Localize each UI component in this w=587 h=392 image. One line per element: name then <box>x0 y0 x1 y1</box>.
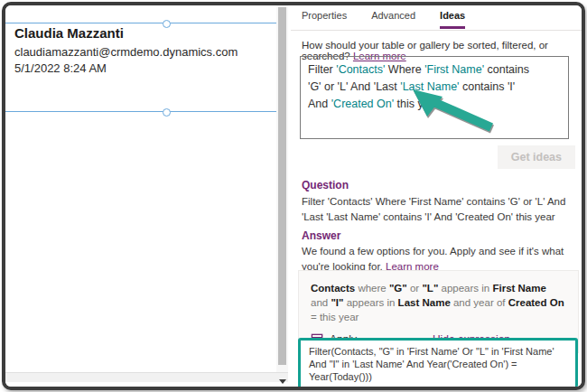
vertical-scrollbar[interactable] <box>276 5 288 378</box>
tab-ideas[interactable]: Ideas <box>440 10 465 29</box>
text-token: and year of <box>451 297 508 308</box>
scrollbar-down-arrow-icon[interactable] <box>279 379 286 384</box>
right-panel: PropertiesAdvancedIdeas How should your … <box>291 5 582 387</box>
contact-date-label: 5/1/2022 8:24 AM <box>14 61 107 75</box>
vertical-scrollbar-thumb[interactable] <box>278 7 286 365</box>
text-token: Where <box>385 63 424 76</box>
answer-heading: Answer <box>302 229 340 242</box>
text-token: and <box>311 297 331 308</box>
natural-language-query-input[interactable]: Filter 'Contacts' Where 'First Name' con… <box>300 56 569 139</box>
tabs-divider <box>291 30 582 31</box>
contact-email-label: claudiamazzanti@crmdemo.dynamics.com <box>14 45 238 59</box>
contact-name-label: Claudia Mazzanti <box>14 25 124 41</box>
entity-token: 'First Name' <box>424 63 484 76</box>
text-token: this year <box>394 98 440 110</box>
selection-handle-top[interactable] <box>163 20 171 28</box>
selection-line-top <box>5 23 277 23</box>
entity-token: 'Last Name' <box>400 80 459 93</box>
text-token: or <box>407 283 423 294</box>
formula-expression-box: Filter(Contacts, "G" in 'First Name' Or … <box>298 338 578 390</box>
bold-token: "G" <box>389 283 407 294</box>
bold-token: Last Name <box>398 297 451 308</box>
bold-token: "L" <box>422 283 438 294</box>
text-token: Filter <box>308 63 336 76</box>
text-token: appears in <box>438 283 492 294</box>
question-heading: Question <box>302 179 349 191</box>
entity-token: 'Contacts' <box>336 63 385 76</box>
bold-token: Created On <box>508 297 564 308</box>
horizontal-scrollbar[interactable] <box>5 372 288 382</box>
text-token: where <box>355 283 389 294</box>
text-token: = this year <box>311 312 359 322</box>
selection-handle-bottom[interactable] <box>163 108 171 117</box>
panel-tabs: PropertiesAdvancedIdeas <box>302 10 465 29</box>
suggestion-description: Contacts where "G" or "L" appears in Fir… <box>311 281 566 324</box>
question-text: Filter 'Contacts' Where 'First Name' con… <box>302 194 573 225</box>
entity-token: 'Created On' <box>331 98 394 110</box>
screenshot-frame: Claudia Mazzanti claudiamazzanti@crmdemo… <box>2 2 585 390</box>
app-canvas: Claudia Mazzanti claudiamazzanti@crmdemo… <box>5 5 288 387</box>
selection-line-bottom <box>5 111 277 112</box>
tab-properties[interactable]: Properties <box>302 10 347 29</box>
bold-token: "I" <box>331 297 343 308</box>
bold-token: Contacts <box>311 283 355 294</box>
text-token: appears in <box>344 297 398 308</box>
tab-advanced[interactable]: Advanced <box>371 10 415 29</box>
bold-token: First Name <box>492 283 545 294</box>
get-ideas-button[interactable]: Get ideas <box>498 145 575 169</box>
